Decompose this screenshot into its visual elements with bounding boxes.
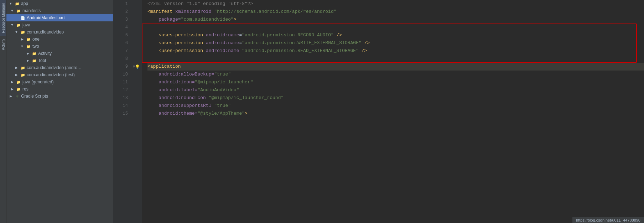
line-number-9: 9 [116,63,128,71]
token: manifest [150,8,175,16]
tree-arrow-two: ▼ [19,43,25,49]
bulb-icon-9[interactable]: 💡 [135,64,140,69]
token: "@mipmap/ic_launcher" [195,78,253,86]
folder-icon-java: 📁 [16,22,21,28]
code-editor[interactable]: 123456789101112131415 ▽💡 <?xml version="… [113,0,644,223]
tree-arrow-manifests: ▼ [9,8,15,14]
gradle-icon-gradle: ⚛ [14,93,20,99]
tree-item-one[interactable]: ▶ 📁one [6,36,113,43]
line-number-2: 2 [116,8,128,16]
token: < [147,8,150,16]
token: "true" [214,71,231,78]
folder-icon-app: 📁 [14,1,20,6]
code-line-8 [147,55,644,63]
tree-item-com1[interactable]: ▼ 📁com.audioandvideo [6,28,113,36]
tree-item-com3[interactable]: ▶ 📁com.audioandvideo (test) [6,71,113,78]
tree-item-two[interactable]: ▼ 📁two [6,43,113,50]
token: <?xml version="1.0" encoding="utf-8"?> [147,0,253,8]
tree-item-java_gen[interactable]: ▶ 📁java (generated) [6,78,113,85]
activity-tab[interactable]: Activity [0,36,6,53]
code-line-4 [147,24,644,31]
token: > [234,16,237,24]
gutter-cell-9: ▽💡 [131,63,142,71]
tree-item-tool[interactable]: ▶ 📁Tool [6,57,113,64]
tree-item-app[interactable]: ▼ 📁app [6,0,113,7]
tree-item-activity[interactable]: ▶ 📁Activity [6,50,113,57]
tree-label-tool: Tool [38,58,46,63]
gutter-cell-12 [131,86,142,94]
line-number-5: 5 [116,31,128,39]
gutter-cell-4 [131,24,142,31]
statusbar: https://blog.csdn.net/u011_44788898 [572,217,644,223]
tree-label-androidmanifest: AndroidManifest.xml [27,15,66,20]
token: android:allowBackup= [147,71,214,78]
line-number-4: 4 [116,24,128,31]
line-number-7: 7 [116,47,128,55]
code-line-9: <application [147,63,644,71]
gutter-cell-5 [131,31,142,39]
code-line-1: <?xml version="1.0" encoding="utf-8"?> [147,0,644,8]
tree-arrow-activity: ▶ [25,51,31,56]
token: "android.permission.RECORD_AUDIO" [242,31,333,39]
token: uses-permission [161,31,206,39]
code-line-10: android:allowBackup="true" [147,71,644,78]
token: = [178,16,181,24]
token: < [159,39,161,47]
token: < [147,63,150,71]
tree-arrow-com3: ▶ [14,72,19,78]
token: android:theme= [147,110,197,118]
tree-label-com3: com.audioandvideo (test) [27,72,75,77]
line-number-11: 11 [116,78,128,86]
token: "http://schemas.android.com/apk/res/andr… [214,8,336,16]
token: xmlns:android [175,8,211,16]
tree-label-res: res [22,87,28,92]
token: > [245,110,248,118]
folder-icon-two: 📁 [26,43,31,49]
tree-item-gradle[interactable]: ▶ ⚛Gradle Scripts [6,93,113,100]
code-line-2: <manifest xmlns:android="http://schemas.… [147,8,644,16]
tree-arrow-one: ▶ [19,36,25,42]
token: package [159,16,178,24]
tree-arrow-res: ▶ [9,86,15,92]
line-number-15: 15 [116,110,128,118]
token: application [150,63,181,71]
token: /> [359,47,367,55]
token: android:icon= [147,78,195,86]
folder-icon-com3: 📁 [20,72,26,78]
code-line-3: package="com.audioandvideo"> [147,16,644,24]
folder-icon-res: 📁 [16,86,21,92]
token: uses-permission [161,47,206,55]
line-numbers: 123456789101112131415 [113,0,131,223]
tree-item-manifests[interactable]: ▼ 📁manifests [6,7,113,14]
statusbar-text: https://blog.csdn.net/u011_44788898 [576,218,640,222]
folder-icon-one: 📁 [26,36,31,42]
tree-item-res[interactable]: ▶ 📁res [6,85,113,93]
tree-label-com1: com.audioandvideo [27,30,64,35]
gutter-area: ▽💡 [131,0,142,223]
line-number-3: 3 [116,16,128,24]
tree-arrow-java_gen: ▶ [9,79,15,85]
code-area: <?xml version="1.0" encoding="utf-8"?><m… [142,0,644,223]
tree-label-java: java [22,22,30,27]
token: < [159,47,161,55]
token: = [239,47,242,55]
code-line-14: android:supportsRtl="true" [147,102,644,110]
code-line-13: android:roundIcon="@mipmap/ic_launcher_r… [147,94,644,102]
tree-item-androidmanifest[interactable]: 📄AndroidManifest.xml [6,14,113,21]
tree-item-com2[interactable]: ▶ 📁com.audioandvideo (andro… [6,64,113,71]
resource-manager-tab[interactable]: Resource Manager [0,0,6,36]
file-tree-sidebar: ▼ 📁app▼ 📁manifests📄AndroidManifest.xml▼ … [6,0,113,223]
folder-icon-java_gen: 📁 [16,79,21,85]
token [147,16,159,24]
token: /> [334,31,342,39]
token: "@style/AppTheme" [197,110,245,118]
tree-arrow-java: ▼ [9,22,15,28]
token: uses-permission [161,39,206,47]
xml-file-icon-androidmanifest: 📄 [20,15,26,21]
gutter-cell-13 [131,94,142,102]
tree-arrow-com1: ▼ [14,29,19,35]
gutter-cell-14 [131,102,142,110]
folder-icon-activity: 📁 [31,51,37,56]
tree-item-java[interactable]: ▼ 📁java [6,21,113,28]
tree-arrow-app: ▼ [8,1,14,6]
